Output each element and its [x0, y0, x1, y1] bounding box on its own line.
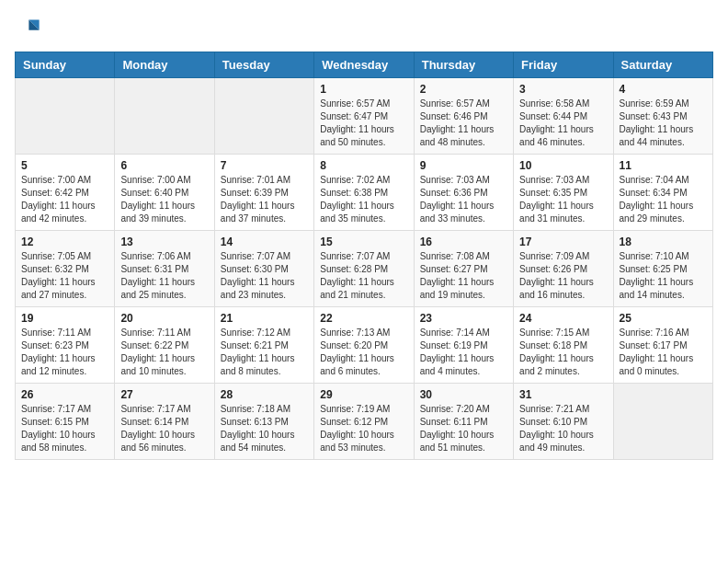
empty-day-cell [613, 384, 712, 460]
day-number: 29 [320, 388, 407, 401]
day-number: 12 [21, 236, 108, 248]
day-info: Sunrise: 7:19 AM Sunset: 6:12 PM Dayligh… [320, 403, 407, 454]
day-number: 19 [21, 312, 108, 325]
page-header [15, 15, 713, 40]
day-number: 15 [320, 236, 407, 248]
day-number: 24 [519, 312, 607, 325]
day-info: Sunrise: 7:18 AM Sunset: 6:13 PM Dayligh… [221, 403, 308, 454]
calendar-day-cell: 21Sunrise: 7:12 AM Sunset: 6:21 PM Dayli… [214, 307, 313, 384]
calendar-day-cell: 15Sunrise: 7:07 AM Sunset: 6:28 PM Dayli… [314, 231, 414, 307]
day-info: Sunrise: 7:04 AM Sunset: 6:34 PM Dayligh… [620, 174, 707, 225]
day-number: 17 [519, 236, 607, 248]
column-header-tuesday: Tuesday [214, 52, 313, 78]
day-number: 5 [21, 159, 108, 172]
day-number: 18 [620, 236, 707, 248]
day-info: Sunrise: 7:05 AM Sunset: 6:32 PM Dayligh… [21, 250, 108, 302]
column-header-monday: Monday [115, 52, 214, 78]
calendar-week-row: 5Sunrise: 7:00 AM Sunset: 6:42 PM Daylig… [16, 155, 713, 231]
empty-day-cell [115, 78, 214, 155]
day-info: Sunrise: 7:06 AM Sunset: 6:31 PM Dayligh… [120, 250, 208, 302]
day-info: Sunrise: 7:10 AM Sunset: 6:25 PM Dayligh… [620, 250, 707, 302]
calendar-week-row: 19Sunrise: 7:11 AM Sunset: 6:23 PM Dayli… [16, 307, 713, 384]
calendar-week-row: 26Sunrise: 7:17 AM Sunset: 6:15 PM Dayli… [16, 384, 713, 460]
day-info: Sunrise: 7:11 AM Sunset: 6:23 PM Dayligh… [21, 327, 108, 378]
day-number: 11 [620, 159, 707, 172]
day-number: 26 [21, 388, 108, 401]
calendar-day-cell: 28Sunrise: 7:18 AM Sunset: 6:13 PM Dayli… [214, 384, 313, 460]
calendar-day-cell: 30Sunrise: 7:20 AM Sunset: 6:11 PM Dayli… [414, 384, 513, 460]
day-info: Sunrise: 7:02 AM Sunset: 6:38 PM Dayligh… [320, 174, 407, 225]
day-number: 14 [221, 236, 308, 248]
day-info: Sunrise: 6:58 AM Sunset: 6:44 PM Dayligh… [519, 98, 607, 149]
day-info: Sunrise: 7:11 AM Sunset: 6:22 PM Dayligh… [120, 327, 208, 378]
calendar-day-cell: 31Sunrise: 7:21 AM Sunset: 6:10 PM Dayli… [514, 384, 613, 460]
logo-icon [15, 15, 40, 40]
day-info: Sunrise: 7:00 AM Sunset: 6:40 PM Dayligh… [120, 174, 208, 225]
calendar-table: SundayMondayTuesdayWednesdayThursdayFrid… [15, 52, 713, 460]
calendar-week-row: 12Sunrise: 7:05 AM Sunset: 6:32 PM Dayli… [16, 231, 713, 307]
day-info: Sunrise: 7:00 AM Sunset: 6:42 PM Dayligh… [21, 174, 108, 225]
calendar-day-cell: 10Sunrise: 7:03 AM Sunset: 6:35 PM Dayli… [514, 155, 613, 231]
column-header-sunday: Sunday [16, 52, 115, 78]
day-number: 4 [620, 83, 707, 96]
calendar-day-cell: 17Sunrise: 7:09 AM Sunset: 6:26 PM Dayli… [514, 231, 613, 307]
calendar-day-cell: 2Sunrise: 6:57 AM Sunset: 6:46 PM Daylig… [414, 78, 513, 155]
calendar-day-cell: 19Sunrise: 7:11 AM Sunset: 6:23 PM Dayli… [16, 307, 115, 384]
day-number: 2 [420, 83, 507, 96]
empty-day-cell [16, 78, 115, 155]
day-info: Sunrise: 7:13 AM Sunset: 6:20 PM Dayligh… [320, 327, 407, 378]
calendar-day-cell: 13Sunrise: 7:06 AM Sunset: 6:31 PM Dayli… [115, 231, 214, 307]
day-number: 30 [420, 388, 507, 401]
calendar-day-cell: 29Sunrise: 7:19 AM Sunset: 6:12 PM Dayli… [314, 384, 414, 460]
calendar-day-cell: 4Sunrise: 6:59 AM Sunset: 6:43 PM Daylig… [613, 78, 712, 155]
day-info: Sunrise: 7:20 AM Sunset: 6:11 PM Dayligh… [420, 403, 507, 454]
calendar-day-cell: 25Sunrise: 7:16 AM Sunset: 6:17 PM Dayli… [613, 307, 712, 384]
day-info: Sunrise: 7:21 AM Sunset: 6:10 PM Dayligh… [519, 403, 607, 454]
column-header-thursday: Thursday [414, 52, 513, 78]
column-header-saturday: Saturday [613, 52, 712, 78]
day-info: Sunrise: 7:14 AM Sunset: 6:19 PM Dayligh… [420, 327, 507, 378]
day-info: Sunrise: 7:07 AM Sunset: 6:30 PM Dayligh… [221, 250, 308, 302]
calendar-day-cell: 7Sunrise: 7:01 AM Sunset: 6:39 PM Daylig… [214, 155, 313, 231]
day-number: 7 [221, 159, 308, 172]
day-info: Sunrise: 7:16 AM Sunset: 6:17 PM Dayligh… [620, 327, 707, 378]
day-number: 1 [320, 83, 407, 96]
day-info: Sunrise: 7:09 AM Sunset: 6:26 PM Dayligh… [519, 250, 607, 302]
calendar-day-cell: 9Sunrise: 7:03 AM Sunset: 6:36 PM Daylig… [414, 155, 513, 231]
day-number: 9 [420, 159, 507, 172]
day-info: Sunrise: 7:08 AM Sunset: 6:27 PM Dayligh… [420, 250, 507, 302]
calendar-day-cell: 6Sunrise: 7:00 AM Sunset: 6:40 PM Daylig… [115, 155, 214, 231]
day-number: 8 [320, 159, 407, 172]
calendar-day-cell: 23Sunrise: 7:14 AM Sunset: 6:19 PM Dayli… [414, 307, 513, 384]
day-number: 6 [120, 159, 208, 172]
day-info: Sunrise: 6:57 AM Sunset: 6:47 PM Dayligh… [320, 98, 407, 149]
day-info: Sunrise: 7:03 AM Sunset: 6:35 PM Dayligh… [519, 174, 607, 225]
day-info: Sunrise: 7:03 AM Sunset: 6:36 PM Dayligh… [420, 174, 507, 225]
day-info: Sunrise: 6:59 AM Sunset: 6:43 PM Dayligh… [620, 98, 707, 149]
calendar-day-cell: 22Sunrise: 7:13 AM Sunset: 6:20 PM Dayli… [314, 307, 414, 384]
calendar-day-cell: 18Sunrise: 7:10 AM Sunset: 6:25 PM Dayli… [613, 231, 712, 307]
empty-day-cell [214, 78, 313, 155]
day-info: Sunrise: 6:57 AM Sunset: 6:46 PM Dayligh… [420, 98, 507, 149]
calendar-day-cell: 12Sunrise: 7:05 AM Sunset: 6:32 PM Dayli… [16, 231, 115, 307]
calendar-day-cell: 3Sunrise: 6:58 AM Sunset: 6:44 PM Daylig… [514, 78, 613, 155]
day-number: 25 [620, 312, 707, 325]
day-number: 28 [221, 388, 308, 401]
day-number: 21 [221, 312, 308, 325]
day-number: 23 [420, 312, 507, 325]
calendar-day-cell: 24Sunrise: 7:15 AM Sunset: 6:18 PM Dayli… [514, 307, 613, 384]
calendar-day-cell: 16Sunrise: 7:08 AM Sunset: 6:27 PM Dayli… [414, 231, 513, 307]
day-number: 20 [120, 312, 208, 325]
column-header-friday: Friday [514, 52, 613, 78]
day-info: Sunrise: 7:17 AM Sunset: 6:14 PM Dayligh… [120, 403, 208, 454]
day-number: 31 [519, 388, 607, 401]
logo [15, 15, 44, 40]
calendar-day-cell: 5Sunrise: 7:00 AM Sunset: 6:42 PM Daylig… [16, 155, 115, 231]
day-info: Sunrise: 7:12 AM Sunset: 6:21 PM Dayligh… [221, 327, 308, 378]
day-info: Sunrise: 7:17 AM Sunset: 6:15 PM Dayligh… [21, 403, 108, 454]
day-info: Sunrise: 7:07 AM Sunset: 6:28 PM Dayligh… [320, 250, 407, 302]
calendar-header-row: SundayMondayTuesdayWednesdayThursdayFrid… [16, 52, 713, 78]
day-number: 22 [320, 312, 407, 325]
day-number: 10 [519, 159, 607, 172]
calendar-day-cell: 27Sunrise: 7:17 AM Sunset: 6:14 PM Dayli… [115, 384, 214, 460]
